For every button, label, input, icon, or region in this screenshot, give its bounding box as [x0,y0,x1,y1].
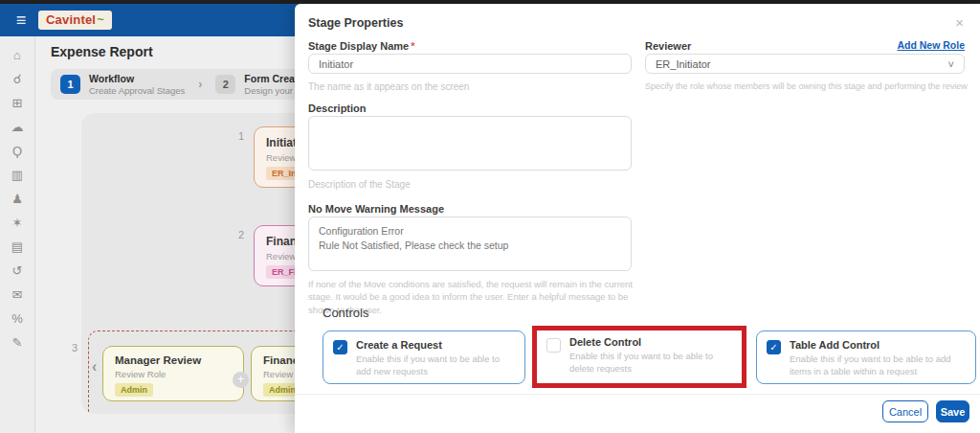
edit-icon[interactable]: ✎ [9,335,26,351]
table-add-control-checkbox[interactable]: ✓ [767,340,781,354]
chevron-right-icon: › [198,78,202,91]
stage-properties-panel: Stage Properties × Stage Display Name* T… [295,4,980,433]
add-new-role-link[interactable]: Add New Role [897,39,965,51]
automation-icon[interactable]: ✶ [9,216,26,231]
create-request-control-card[interactable]: ✓ Create a Request Enable this if you wa… [323,330,525,384]
hamburger-menu-icon[interactable]: ≡ [10,11,33,31]
description-textarea[interactable] [308,116,632,171]
leaf-swoosh-icon: ~ [97,12,104,27]
home-icon[interactable]: ⌂ [9,48,26,63]
stage-number: 2 [238,229,244,240]
add-connector-icon[interactable]: + [233,372,249,388]
control-title: Delete Control [569,336,732,348]
stage-display-name-input[interactable] [308,54,632,74]
idea-icon[interactable]: Ϙ [9,144,26,159]
board-icon[interactable]: ⊞ [9,96,26,111]
save-button[interactable]: Save [936,400,969,422]
table-add-control-card[interactable]: ✓ Table Add Control Enable this if you w… [756,330,976,384]
app-screen: ≡ Cavintel~ ⌂ ☌ ⊞ ☁ Ϙ ▥ ♟ ✶ ▤ ↺ ✉ % ✎ Ex… [0,0,980,433]
control-description: Enable this if you want to be able to ad… [790,353,966,378]
chevron-down-icon: ˅ [948,58,954,70]
cloud-icon[interactable]: ☁ [9,120,26,135]
step-number-badge: 1 [60,75,80,94]
no-move-warning-textarea[interactable]: Configuration Error Rule Not Satisfied, … [308,216,632,271]
description-helper: Description of the Stage [308,178,632,192]
stage-number: 1 [238,130,244,142]
brand-logo[interactable]: Cavintel~ [38,11,112,30]
footer-divider [295,394,980,395]
control-title: Table Add Control [790,339,966,351]
percent-icon[interactable]: % [9,311,26,327]
reviewer-select[interactable]: ER_Initiator ˅ [645,54,965,74]
mail-icon[interactable]: ✉ [9,287,26,303]
close-icon[interactable]: × [955,14,964,31]
stage-card-role-label: Review Role [115,369,232,379]
left-sidebar: ⌂ ☌ ⊞ ☁ Ϙ ▥ ♟ ✶ ▤ ↺ ✉ % ✎ [0,36,35,433]
description-label: Description [308,103,367,114]
reviewer-helper: Specify the role whose members will be o… [645,80,965,93]
delete-control-card[interactable]: Delete Control Enable this if you want t… [537,330,742,383]
stage-role-badge: Admin [115,383,153,397]
stage-card-title: Manager Review [115,354,232,366]
no-move-warning-label: No Move Warning Message [308,203,444,215]
controls-heading: Controls [323,306,368,320]
history-icon[interactable]: ↺ [9,263,26,279]
chevron-left-icon[interactable]: ‹ [92,358,97,376]
step-subtitle: Create Approval Stages [89,85,185,97]
reviewer-selected-value: ER_Initiator [656,58,710,70]
brand-text: Cavintel [46,12,96,27]
panel-title: Stage Properties [308,16,403,30]
step-number-badge: 2 [215,75,235,94]
delete-control-checkbox[interactable] [546,338,561,353]
control-description: Enable this if you want to be able to de… [569,351,732,376]
control-description: Enable this if you want to be able to ad… [356,353,515,378]
card-icon[interactable]: ▤ [9,239,26,255]
page-title: Expense Report [51,44,153,59]
create-request-checkbox[interactable]: ✓ [333,340,347,354]
stage-display-name-label: Stage Display Name* [308,40,414,52]
stepper-step-workflow[interactable]: 1 Workflow Create Approval Stages [60,73,185,97]
stage-display-name-helper: The name as it appears on the screen [308,80,632,94]
share-icon[interactable]: ☌ [9,72,26,87]
red-highlight-annotation: Delete Control Enable this if you want t… [532,326,746,388]
control-title: Create a Request [356,339,515,351]
stage-card-manager-review[interactable]: Manager Review Review Role Admin [102,346,244,401]
chart-icon[interactable]: ▥ [9,168,26,183]
reviewer-label: Reviewer [645,40,691,52]
cancel-button[interactable]: Cancel [882,400,928,422]
required-asterisk: * [411,40,414,52]
step-title: Workflow [89,73,185,85]
users-icon[interactable]: ♟ [9,192,26,207]
stage-number: 3 [72,342,78,353]
